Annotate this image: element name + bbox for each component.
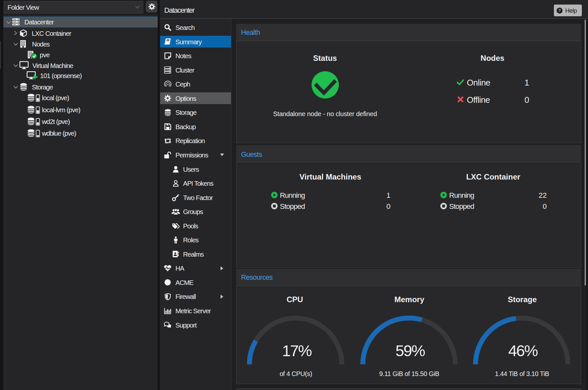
svg-text:?: ? xyxy=(558,8,561,13)
